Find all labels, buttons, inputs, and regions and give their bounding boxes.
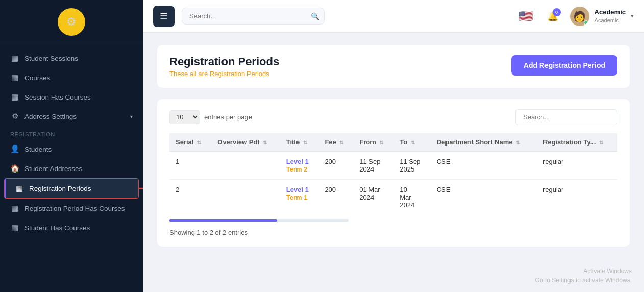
user-icon: 👤 bbox=[10, 144, 19, 154]
cell-from-2: 01 Mar2024 bbox=[353, 180, 393, 215]
cell-fee-2: 200 bbox=[318, 180, 353, 215]
sidebar-item-students[interactable]: 👤 Students bbox=[0, 139, 143, 159]
avatar: 🧑 bbox=[570, 7, 589, 26]
col-to[interactable]: To ⇅ bbox=[393, 133, 430, 152]
data-table: Serial ⇅ Overview Pdf ⇅ Title ⇅ Fee ⇅ Fr… bbox=[169, 133, 617, 215]
topbar: ☰ 🔍 🇺🇸 🔔 0 🧑 Acedemic Academic ▾ bbox=[143, 0, 644, 33]
menu-button[interactable]: ☰ bbox=[153, 6, 175, 27]
topbar-right: 🇺🇸 🔔 0 🧑 Acedemic Academic ▾ bbox=[517, 7, 634, 26]
cell-to-1: 11 Sep2025 bbox=[393, 152, 430, 180]
sidebar-item-student-has-courses[interactable]: ▦ Student Has Courses bbox=[0, 218, 143, 237]
registration-periods-highlight: ▦ Registration Periods bbox=[4, 178, 139, 199]
sidebar-item-session-has-courses[interactable]: ▦ Session Has Courses bbox=[0, 87, 143, 107]
sidebar-item-courses[interactable]: ▦ Courses bbox=[0, 68, 143, 87]
col-overview-pdf[interactable]: Overview Pdf ⇅ bbox=[211, 133, 280, 152]
page-title: Registration Periods bbox=[169, 55, 279, 68]
entries-label: entries per page bbox=[204, 113, 252, 121]
entries-control: 10 25 50 100 entries per page bbox=[169, 110, 252, 124]
gear-icon: ⚙ bbox=[10, 112, 19, 121]
cell-serial-2: 2 bbox=[169, 180, 211, 215]
col-reg-type[interactable]: Registration Ty... ⇅ bbox=[537, 133, 617, 152]
cell-fee-1: 200 bbox=[318, 152, 353, 180]
user-name: Acedemic bbox=[595, 8, 626, 17]
sidebar: ⚙ ▦ Student Sessions ▦ Courses ▦ Session… bbox=[0, 0, 143, 292]
table-search-input[interactable] bbox=[515, 109, 617, 125]
table-footer: Showing 1 to 2 of 2 entries bbox=[169, 229, 617, 236]
title-secondary-1: Term 2 bbox=[286, 165, 308, 173]
watermark-line2: Go to Settings to activate Windows. bbox=[535, 276, 632, 285]
activate-windows-watermark: Activate Windows Go to Settings to activ… bbox=[535, 266, 632, 285]
title-primary-1: Level 1 bbox=[286, 158, 309, 165]
cell-pdf-1 bbox=[211, 152, 280, 180]
col-from[interactable]: From ⇅ bbox=[353, 133, 393, 152]
cell-dept-1: CSE bbox=[431, 152, 537, 180]
scroll-track bbox=[169, 219, 349, 222]
page-header-card: Registration Periods These all are Regis… bbox=[157, 45, 630, 88]
scroll-thumb bbox=[169, 219, 277, 222]
cell-title-2: Level 1 Term 1 bbox=[280, 180, 319, 215]
title-primary-2: Level 1 bbox=[286, 186, 309, 193]
registration-section-label: Registration bbox=[0, 126, 143, 139]
cell-regtype-1: regular bbox=[537, 152, 617, 180]
cell-regtype-2: regular bbox=[537, 180, 617, 215]
watermark-line1: Activate Windows bbox=[535, 266, 632, 276]
col-title[interactable]: Title ⇅ bbox=[280, 133, 319, 152]
cell-title-1: Level 1 Term 2 bbox=[280, 152, 319, 180]
col-dept-short-name[interactable]: Department Short Name ⇅ bbox=[431, 133, 537, 152]
user-info: Acedemic Academic bbox=[595, 8, 626, 24]
title-secondary-2: Term 1 bbox=[286, 193, 308, 201]
col-fee[interactable]: Fee ⇅ bbox=[318, 133, 353, 152]
main-area: ☰ 🔍 🇺🇸 🔔 0 🧑 Acedemic Academic ▾ bbox=[143, 0, 644, 292]
user-role: Academic bbox=[595, 17, 626, 24]
doc2-icon: ▦ bbox=[10, 223, 19, 232]
online-indicator bbox=[584, 20, 588, 25]
table-controls: 10 25 50 100 entries per page bbox=[169, 109, 617, 125]
cell-to-2: 10Mar2024 bbox=[393, 180, 430, 215]
grid-icon-courses: ▦ bbox=[10, 73, 19, 82]
cell-serial-1: 1 bbox=[169, 152, 211, 180]
grid-icon-shc: ▦ bbox=[10, 92, 19, 102]
table-search bbox=[515, 109, 617, 125]
table-body: 1 Level 1 Term 2 200 11 Sep2024 11 Sep20… bbox=[169, 152, 617, 215]
sidebar-item-reg-period-has-courses[interactable]: ▦ Registration Period Has Courses bbox=[0, 199, 143, 218]
cell-pdf-2 bbox=[211, 180, 280, 215]
topbar-search: 🔍 bbox=[182, 8, 325, 25]
chevron-down-icon: ▾ bbox=[130, 114, 133, 119]
sidebar-logo: ⚙ bbox=[0, 0, 143, 44]
sidebar-item-student-sessions[interactable]: ▦ Student Sessions bbox=[0, 48, 143, 68]
showing-entries-text: Showing 1 to 2 of 2 entries bbox=[169, 229, 248, 236]
user-menu[interactable]: 🧑 Acedemic Academic ▾ bbox=[570, 7, 634, 26]
table-row: 1 Level 1 Term 2 200 11 Sep2024 11 Sep20… bbox=[169, 152, 617, 180]
page-content: Registration Periods These all are Regis… bbox=[143, 33, 644, 292]
entries-per-page-select[interactable]: 10 25 50 100 bbox=[169, 110, 200, 124]
notification-button[interactable]: 🔔 0 bbox=[543, 7, 562, 26]
sidebar-item-student-addresses[interactable]: 🏠 Student Addresses bbox=[0, 159, 143, 178]
search-icon: 🔍 bbox=[311, 12, 319, 20]
page-subtitle: These all are Registration Periods bbox=[169, 70, 279, 78]
logo-icon: ⚙ bbox=[58, 8, 85, 36]
red-arrow-icon bbox=[138, 181, 143, 196]
table-section: 10 25 50 100 entries per page Serial ⇅ O… bbox=[157, 99, 630, 247]
cell-from-1: 11 Sep2024 bbox=[353, 152, 393, 180]
table-row: 2 Level 1 Term 1 200 01 Mar2024 10Mar202… bbox=[169, 180, 617, 215]
doc-icon: ▦ bbox=[10, 204, 19, 213]
grid-icon: ▦ bbox=[10, 54, 19, 63]
search-input[interactable] bbox=[182, 8, 325, 25]
sidebar-nav: ▦ Student Sessions ▦ Courses ▦ Session H… bbox=[0, 44, 143, 292]
sidebar-item-address-settings[interactable]: ⚙ Address Settings ▾ bbox=[0, 107, 143, 126]
add-registration-period-button[interactable]: Add Registration Period bbox=[511, 55, 617, 76]
notification-badge: 0 bbox=[553, 8, 561, 16]
home-icon: 🏠 bbox=[10, 164, 19, 173]
sidebar-item-registration-periods[interactable]: ▦ Registration Periods bbox=[5, 179, 138, 198]
table-header: Serial ⇅ Overview Pdf ⇅ Title ⇅ Fee ⇅ Fr… bbox=[169, 133, 617, 152]
chevron-down-icon: ▾ bbox=[631, 13, 634, 19]
table-icon: ▦ bbox=[15, 184, 24, 193]
col-serial[interactable]: Serial ⇅ bbox=[169, 133, 211, 152]
cell-dept-2: CSE bbox=[431, 180, 537, 215]
language-flag[interactable]: 🇺🇸 bbox=[517, 7, 535, 26]
page-title-area: Registration Periods These all are Regis… bbox=[169, 55, 279, 78]
